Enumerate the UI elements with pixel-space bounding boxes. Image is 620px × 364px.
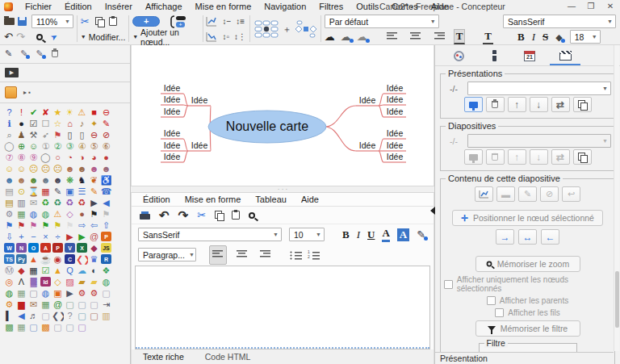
- palette-icon[interactable]: ☻: [40, 174, 52, 186]
- note-search-icon[interactable]: [249, 212, 255, 219]
- palette-icon[interactable]: ☆: [52, 118, 64, 129]
- palette-icon[interactable]: ▰: [76, 276, 88, 287]
- note-font-color-icon[interactable]: A: [382, 227, 389, 242]
- palette-icon[interactable]: ☻: [88, 163, 100, 174]
- palette-icon[interactable]: ♻: [64, 197, 76, 208]
- palette-icon[interactable]: ❮❯: [52, 310, 64, 321]
- palette-icon[interactable]: ⌛: [27, 186, 40, 197]
- palette-icon[interactable]: ⊘: [100, 129, 112, 140]
- cloud-remove-icon[interactable]: ☁: [357, 31, 367, 43]
- layout-radial-icon[interactable]: [254, 20, 279, 38]
- bold-icon[interactable]: B: [517, 31, 525, 44]
- palette-icon[interactable]: ⚑: [52, 220, 64, 231]
- palette-icon[interactable]: ♛: [88, 253, 100, 265]
- slide-swap-button[interactable]: ⇄: [551, 149, 570, 165]
- icon-group-icon[interactable]: [5, 86, 17, 98]
- palette-icon[interactable]: ✎: [100, 118, 112, 129]
- presentation-bottom-label[interactable]: Présentation: [435, 352, 614, 364]
- splitter-handle[interactable]: · · ·: [131, 186, 434, 193]
- palette-icon[interactable]: ▥: [15, 197, 27, 208]
- memorize-filter-button[interactable]: Mémoriser le filtre: [475, 320, 580, 337]
- tab-format-icon[interactable]: [443, 48, 474, 65]
- paste-icon[interactable]: [109, 17, 117, 26]
- palette-icon[interactable]: JS: [101, 243, 111, 253]
- map-node-label[interactable]: Idée: [359, 95, 376, 105]
- palette-icon[interactable]: ◍: [3, 287, 15, 299]
- modify-dropdown[interactable]: ▼Modifier...: [81, 32, 125, 42]
- open-icon[interactable]: [4, 18, 15, 25]
- slide-copy-button[interactable]: [573, 149, 592, 165]
- palette-icon[interactable]: ❋: [64, 174, 76, 186]
- palette-icon[interactable]: ▲: [52, 265, 64, 276]
- palette-icon[interactable]: ☑: [27, 118, 40, 129]
- palette-icon[interactable]: ▦: [27, 265, 40, 276]
- palette-icon[interactable]: ▯: [64, 129, 76, 140]
- palette-icon[interactable]: C: [65, 254, 75, 264]
- strikethrough-icon[interactable]: S: [542, 31, 548, 44]
- note-align-center-icon[interactable]: [232, 245, 250, 265]
- palette-icon[interactable]: TS: [4, 254, 15, 264]
- palette-icon[interactable]: ☹: [27, 163, 40, 174]
- palette-icon[interactable]: Py: [16, 254, 27, 264]
- palette-icon[interactable]: ▦: [15, 208, 27, 220]
- palette-icon[interactable]: ▶: [64, 287, 76, 299]
- palette-icon[interactable]: ⚑: [52, 129, 64, 140]
- undo-icon[interactable]: ↶: [4, 31, 13, 43]
- palette-icon[interactable]: ▶: [64, 231, 76, 242]
- palette-icon[interactable]: ▢: [64, 299, 76, 310]
- palette-icon[interactable]: ⚑: [27, 220, 40, 231]
- palette-icon[interactable]: ●: [15, 118, 27, 129]
- palette-icon[interactable]: ⑥: [100, 140, 112, 152]
- select-cursor-icon[interactable]: ➤: [48, 30, 60, 43]
- note-size-combobox[interactable]: 10▼: [289, 228, 325, 241]
- palette-icon[interactable]: P: [52, 243, 63, 253]
- note-redo-icon[interactable]: ↷: [178, 210, 189, 221]
- palette-icon[interactable]: ⊙: [15, 186, 27, 197]
- palette-icon[interactable]: ◍: [27, 208, 40, 220]
- palette-icon[interactable]: ▢: [100, 287, 112, 299]
- palette-icon[interactable]: ☎: [100, 186, 112, 197]
- palette-icon[interactable]: ◇: [64, 208, 76, 220]
- palette-icon[interactable]: ✘: [40, 107, 52, 118]
- palette-icon[interactable]: +: [15, 231, 27, 242]
- note-menu-tableau[interactable]: Tableau: [249, 193, 293, 206]
- palette-icon[interactable]: ?: [3, 107, 15, 118]
- palette-icon[interactable]: ▩: [3, 321, 15, 333]
- no-edit-button[interactable]: ⊘: [540, 186, 559, 202]
- note-align-left-icon[interactable]: [209, 245, 227, 265]
- palette-icon[interactable]: ✦: [88, 118, 100, 129]
- tab-texte-riche[interactable]: Texte riche: [143, 352, 184, 362]
- tab-presentation-icon[interactable]: [550, 48, 580, 65]
- palette-icon[interactable]: ⚑: [3, 220, 15, 231]
- palette-icon[interactable]: ★: [52, 107, 64, 118]
- position-node-button[interactable]: ✛ Positionner le nœud sélectionné: [452, 210, 603, 226]
- palette-icon[interactable]: ▦: [15, 321, 27, 333]
- palette-icon[interactable]: ℹ: [3, 118, 15, 129]
- font-color-icon[interactable]: ◆: [555, 31, 562, 43]
- palette-icon[interactable]: ✉: [27, 299, 40, 310]
- palette-icon[interactable]: ⊖: [88, 129, 100, 140]
- align-right-icon[interactable]: [430, 27, 448, 47]
- palette-icon[interactable]: ④: [76, 140, 88, 152]
- chart-content-button[interactable]: [475, 186, 493, 202]
- palette-icon[interactable]: ◐: [88, 265, 100, 276]
- palette-icon[interactable]: ◔: [64, 152, 76, 163]
- palette-icon[interactable]: Λ: [15, 276, 27, 287]
- palette-icon[interactable]: ⚙: [88, 287, 100, 299]
- map-node-label[interactable]: Idée: [387, 128, 404, 138]
- note-paste-icon[interactable]: [232, 211, 240, 220]
- palette-icon[interactable]: ♿: [100, 174, 112, 186]
- palette-icon[interactable]: ♻: [76, 197, 88, 208]
- node-arrow-right-button[interactable]: →: [496, 229, 514, 245]
- menu-navigation[interactable]: Navigation: [258, 0, 312, 13]
- palette-icon[interactable]: ③: [64, 140, 76, 152]
- slide-up-button[interactable]: ↑: [508, 149, 526, 165]
- note-align-right-icon[interactable]: [256, 245, 274, 265]
- palette-icon[interactable]: ☹: [52, 163, 64, 174]
- layout-horizontal-icon[interactable]: [295, 20, 316, 38]
- map-node-label[interactable]: Idée: [164, 128, 181, 138]
- show-selected-checkbox[interactable]: [444, 280, 453, 289]
- note-undo-icon[interactable]: ↶: [159, 210, 170, 221]
- palette-icon[interactable]: X: [77, 243, 87, 253]
- palette-icon[interactable]: ▣: [64, 186, 76, 197]
